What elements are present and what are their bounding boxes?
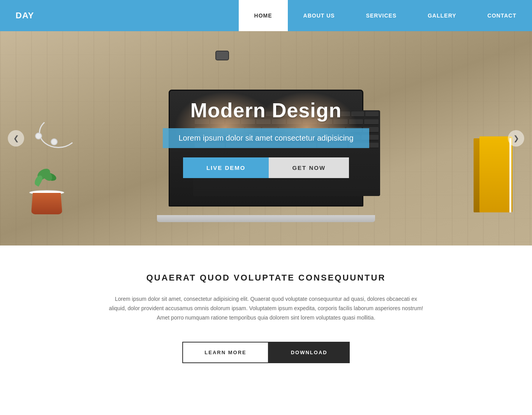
nav-item-contact[interactable]: CONTACT [472,0,532,31]
hero-content: Modern Design Lorem ipsum dolor sit amet… [130,99,402,178]
hero-section: ❮ ❯ Modern Design Lorem ipsum dolor sit … [0,31,532,245]
book-decoration [474,136,513,214]
earphones-decoration [31,109,90,156]
download-button[interactable]: DOWNLOAD [269,342,350,363]
hero-subtitle: Lorem ipsum dolor sit amet consectetur a… [163,128,369,148]
info-section: QUAERAT QUOD VOLUPTATE CONSEQUUNTUR Lore… [0,245,532,387]
nav-logo[interactable]: DAY [0,0,49,31]
slider-next-button[interactable]: ❯ [508,130,524,147]
brand-name: DAY [16,11,34,21]
nav-item-services[interactable]: SERVICES [351,0,412,31]
live-demo-button[interactable]: LIVE DEMO [183,157,269,178]
info-title: QUAERAT QUOD VOLUPTATE CONSEQUUNTUR [16,273,516,283]
chevron-right-icon: ❯ [513,134,519,143]
nav-item-home[interactable]: HOME [239,0,288,31]
hero-title: Modern Design [130,99,402,122]
navbar: DAY HOME ABOUT US SERVICES GALLERY CONTA… [0,0,532,31]
learn-more-button[interactable]: LEARN MORE [182,342,268,363]
info-body: Lorem ipsum dolor sit amet, consectetur … [106,295,426,322]
slider-prev-button[interactable]: ❮ [8,130,24,147]
plant-decoration [23,171,70,214]
info-buttons: LEARN MORE DOWNLOAD [16,342,516,363]
nav-item-about[interactable]: ABOUT US [288,0,351,31]
chevron-left-icon: ❮ [13,134,19,143]
get-now-button[interactable]: GET NOW [269,157,349,178]
nav-item-gallery[interactable]: GALLERY [412,0,472,31]
watch-decoration [215,51,229,60]
nav-links: HOME ABOUT US SERVICES GALLERY CONTACT [239,0,532,31]
hero-buttons: LIVE DEMO GET NOW [130,157,402,178]
